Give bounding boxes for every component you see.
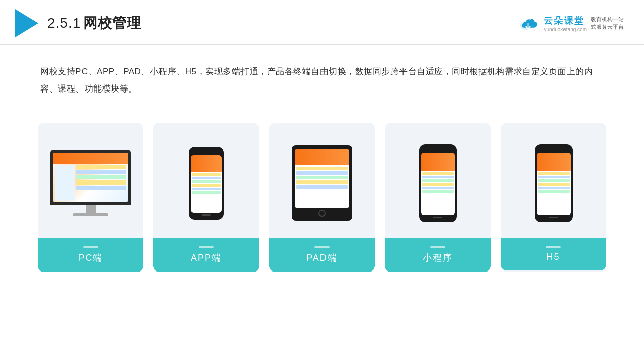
description-text: 网校支持PC、APP、PAD、小程序、H5，实现多端打通，产品各终端自由切换，数… (0, 45, 644, 108)
pc-monitor-icon (50, 150, 131, 216)
brand-url: yunduoketang.com (544, 27, 587, 32)
brand-name: 云朵课堂 (544, 15, 587, 27)
brand-logo: 云朵课堂 yunduoketang.com 教育机构一站 式服务云平台 (518, 15, 624, 32)
app-card: APP端 (153, 123, 259, 272)
description-paragraph: 网校支持PC、APP、PAD、小程序、H5，实现多端打通，产品各终端自由切换，数… (40, 63, 604, 98)
h5-image-area (501, 133, 606, 233)
pad-card: PAD端 (269, 123, 375, 272)
pad-image-area (269, 133, 375, 233)
pad-tablet-icon (292, 145, 352, 221)
miniapp-image-area (385, 133, 491, 233)
pad-label: PAD端 (269, 238, 375, 272)
section-number: 2.5.1 (47, 15, 81, 31)
pc-label: PC端 (38, 238, 143, 272)
cloud-icon (518, 15, 540, 31)
miniapp-card: 小程序 (385, 123, 491, 272)
brand-logo-area: 云朵课堂 yunduoketang.com 教育机构一站 式服务云平台 (518, 15, 624, 32)
app-phone-icon (189, 147, 224, 220)
brand-tagline: 教育机构一站 式服务云平台 (591, 16, 624, 31)
miniapp-phone-icon (419, 144, 457, 222)
app-label: APP端 (153, 238, 259, 272)
device-cards-container: PC端 APP端 (0, 113, 644, 287)
brand-text: 云朵课堂 yunduoketang.com (544, 15, 587, 32)
h5-label: H5 (501, 238, 606, 270)
pc-card: PC端 (38, 123, 143, 272)
h5-card: H5 (501, 123, 606, 272)
logo-triangle-icon (15, 9, 38, 37)
header-left: 2.5.1网校管理 (15, 9, 141, 37)
header: 2.5.1网校管理 云朵课堂 yunduoketang.com 教育机构一站 式… (0, 0, 644, 45)
page-title: 2.5.1网校管理 (47, 14, 141, 33)
app-image-area (153, 133, 259, 233)
pc-image-area (38, 133, 143, 233)
title-text: 网校管理 (83, 15, 141, 31)
miniapp-label: 小程序 (385, 238, 491, 272)
h5-phone-icon (535, 144, 573, 222)
